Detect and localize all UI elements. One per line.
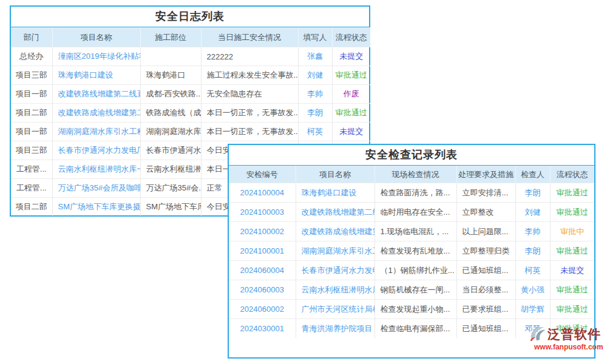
- cell-link[interactable]: 云南水利枢纽潜明水库一...: [52, 160, 140, 179]
- cell-link[interactable]: 胡学辉: [515, 300, 550, 319]
- table-cell: 审批通过: [550, 280, 594, 300]
- column-header: 流程状态: [332, 27, 370, 47]
- table-row: 总经办潼南区2019年绿化补贴项...222222张鑫未提交: [11, 47, 370, 66]
- table-cell: 项目二部: [11, 198, 52, 217]
- table-cell: 万达广场35#会...: [140, 179, 201, 198]
- table-cell: 湖南洞庭湖水库: [140, 123, 201, 141]
- table-cell: 本日一切正常，无事故发...: [201, 104, 298, 123]
- table-cell: 珠海鹤港口: [140, 66, 201, 85]
- cell-link[interactable]: 刘健: [515, 203, 550, 222]
- table-cell: 审批通过: [550, 300, 594, 319]
- table-cell: 长春市伊通河水...: [140, 141, 201, 160]
- table-row: 2024100002改建铁路成渝线增建第...1.现场临电混乱，...以上问题限…: [229, 222, 594, 241]
- table-cell: 以上问题限...: [456, 222, 515, 241]
- cell-link[interactable]: 2024100003: [229, 203, 296, 222]
- table-cell: 无安全隐患存在: [201, 85, 298, 104]
- table-cell: 钢筋机械存在一闸...: [375, 280, 456, 300]
- cell-link[interactable]: 2024060003: [229, 280, 296, 300]
- cell-link[interactable]: 李朗: [515, 183, 550, 203]
- cell-link[interactable]: 2024060004: [229, 261, 296, 280]
- table-cell: 检查发现起重小物...: [375, 300, 456, 319]
- cell-link[interactable]: 珠海鹤港口建设: [52, 66, 140, 85]
- table-row: 项目二部改建铁路成渝线增建第二...铁路成渝线（成...本日一切正常，无事故发.…: [11, 104, 370, 123]
- table-cell: 未提交: [332, 47, 370, 66]
- table-cell: 已通知班组...: [456, 319, 515, 339]
- safety-inspection-table: 安检编号项目名称现场检查情况处理要求及措施检查人流程状态2024100004珠海…: [229, 166, 594, 338]
- cell-link[interactable]: 湖南洞庭湖水库引水工程...: [52, 123, 140, 141]
- table-cell: 本日一切正常，无事故发...: [201, 123, 298, 141]
- cell-link[interactable]: 2024060002: [229, 300, 296, 319]
- table-cell: 检查发现有乱堆放...: [375, 241, 456, 261]
- cell-link[interactable]: 改建铁路成渝线增建第二...: [52, 104, 140, 123]
- table-cell: 检查路面清洗，路...: [375, 183, 456, 203]
- cell-link[interactable]: 青海洪湖养护院项目: [296, 319, 375, 339]
- cell-link[interactable]: 柯英: [298, 123, 332, 141]
- table-cell: 1.现场临电混乱，...: [375, 222, 456, 241]
- cell-link[interactable]: 2024030001: [229, 319, 296, 339]
- table-row: 项目三部珠海鹤港口建设珠海鹤港口施工过程未发生安全事故...刘健审批通过: [11, 66, 370, 85]
- table-cell: 未提交: [332, 123, 370, 141]
- cell-link[interactable]: 2024100004: [229, 183, 296, 203]
- table-cell: 项目三部: [11, 66, 52, 85]
- table-cell: 审批通过: [550, 183, 594, 203]
- cell-link[interactable]: 李帅: [515, 222, 550, 241]
- table-cell: 已要求班组...: [456, 300, 515, 319]
- column-header: 部门: [11, 27, 52, 47]
- table-cell: 立即安排清...: [456, 183, 515, 203]
- table-cell: 项目二部: [11, 104, 52, 123]
- cell-link[interactable]: 2024100002: [229, 222, 296, 241]
- table-cell: 项目一部: [11, 123, 52, 141]
- table-row: 2024060002广州市天河区统计局机...检查发现起重小物...已要求班组.…: [229, 300, 594, 319]
- cell-link[interactable]: 柯英: [515, 261, 550, 280]
- table-cell: 审批通过: [550, 241, 594, 261]
- cell-link[interactable]: 湖南洞庭湖水库引水工...: [296, 241, 375, 261]
- table-cell: 总经办: [11, 47, 52, 66]
- table-cell: 当日必须整...: [456, 280, 515, 300]
- watermark-url: www.fanpusoft.com: [534, 343, 607, 351]
- table-cell: [140, 47, 201, 66]
- table-cell: 审批中: [550, 222, 594, 241]
- table-header-row: 部门项目名称施工部位当日施工安全情况填写人流程状态: [11, 27, 370, 47]
- table-row: 项目一部湖南洞庭湖水库引水工程...湖南洞庭湖水库本日一切正常，无事故发...柯…: [11, 123, 370, 141]
- table-cell: SM广场地下车库: [140, 198, 201, 217]
- column-header: 安检编号: [229, 166, 296, 183]
- watermark-brand: 泛普软件: [548, 328, 601, 340]
- cell-link[interactable]: 张鑫: [298, 47, 332, 66]
- cell-link[interactable]: 云南水利枢纽潜明水库...: [296, 280, 375, 300]
- cell-link[interactable]: 万达广场35#会所及咖啡...: [52, 179, 140, 198]
- safety-inspection-title: 安全检查记录列表: [229, 145, 594, 166]
- cell-link[interactable]: 2024100001: [229, 241, 296, 261]
- cell-link[interactable]: SM广场地下车库更换摄...: [52, 198, 140, 217]
- cell-link[interactable]: 潼南区2019年绿化补贴项...: [52, 47, 140, 66]
- fanpu-logo-icon: [528, 325, 546, 342]
- cell-link[interactable]: 改建铁路线增建第二线...: [296, 203, 375, 222]
- cell-link[interactable]: 长春市伊通河水力发电厂...: [52, 141, 140, 160]
- cell-link[interactable]: 改建铁路线增建第二线直...: [52, 85, 140, 104]
- table-cell: 审批通过: [332, 104, 370, 123]
- table-row: 2024100001湖南洞庭湖水库引水工...检查发现有乱堆放...立即整理归类…: [229, 241, 594, 261]
- cell-link[interactable]: 黄小强: [515, 280, 550, 300]
- table-cell: 检查临电有漏保部...: [375, 319, 456, 339]
- table-cell: 作废: [332, 85, 370, 104]
- table-row: 2024060004长春市伊通河水力发电...（1）钢筋绑扎作业...已通知班组…: [229, 261, 594, 280]
- table-cell: 审批通过: [332, 66, 370, 85]
- cell-link[interactable]: 李朗: [515, 241, 550, 261]
- cell-link[interactable]: 李帅: [298, 85, 332, 104]
- column-header: 填写人: [298, 27, 332, 47]
- cell-link[interactable]: 李朗: [298, 104, 332, 123]
- table-cell: 临时用电存在安全...: [375, 203, 456, 222]
- table-cell: 施工过程未发生安全事故...: [201, 66, 298, 85]
- table-header-row: 安检编号项目名称现场检查情况处理要求及措施检查人流程状态: [229, 166, 594, 183]
- table-cell: 222222: [201, 47, 298, 66]
- cell-link[interactable]: 珠海鹤港口建设: [296, 183, 375, 203]
- table-cell: 立即整理归类: [456, 241, 515, 261]
- table-cell: （1）钢筋绑扎作业...: [375, 261, 456, 280]
- cell-link[interactable]: 改建铁路成渝线增建第...: [296, 222, 375, 241]
- table-cell: 成都-西安铁路...: [140, 85, 201, 104]
- cell-link[interactable]: 刘健: [298, 66, 332, 85]
- table-row: 2024060003云南水利枢纽潜明水库...钢筋机械存在一闸...当日必须整.…: [229, 280, 594, 300]
- table-row: 2024100003改建铁路线增建第二线...临时用电存在安全...立即整改刘健…: [229, 203, 594, 222]
- table-cell: 审批通过: [550, 203, 594, 222]
- cell-link[interactable]: 广州市天河区统计局机...: [296, 300, 375, 319]
- cell-link[interactable]: 长春市伊通河水力发电...: [296, 261, 375, 280]
